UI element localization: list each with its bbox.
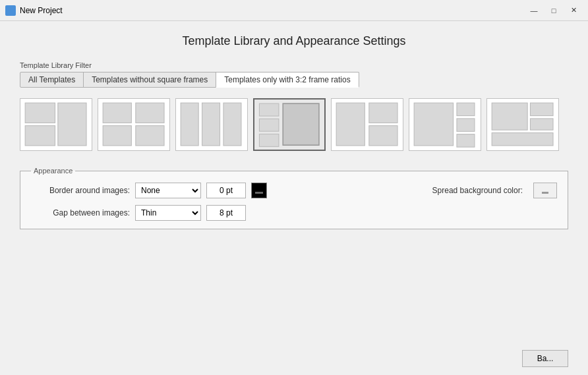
border-pt-input[interactable] bbox=[206, 183, 246, 198]
svg-rect-2 bbox=[58, 103, 86, 146]
appearance-legend: Appearance bbox=[31, 167, 75, 175]
border-color-swatch[interactable] bbox=[251, 183, 267, 198]
template-item-2[interactable] bbox=[98, 98, 170, 151]
close-button[interactable]: ✕ bbox=[564, 4, 583, 17]
template-filter-label: Template Library Filter bbox=[20, 61, 568, 69]
app-icon bbox=[5, 5, 16, 16]
svg-rect-17 bbox=[415, 103, 454, 146]
footer: Ba... bbox=[0, 345, 588, 375]
svg-rect-10 bbox=[260, 103, 279, 116]
svg-rect-1 bbox=[26, 126, 55, 146]
minimize-button[interactable]: — bbox=[525, 4, 543, 17]
template-item-6[interactable] bbox=[409, 98, 481, 151]
template-item-5[interactable] bbox=[331, 98, 403, 151]
svg-rect-12 bbox=[260, 134, 279, 146]
maximize-button[interactable]: □ bbox=[544, 4, 563, 17]
border-row: Border around images: None Thin Medium T… bbox=[31, 183, 557, 198]
template-item-3[interactable] bbox=[175, 98, 248, 151]
window-title: New Project bbox=[20, 6, 525, 15]
svg-rect-9 bbox=[223, 103, 241, 146]
svg-rect-19 bbox=[457, 119, 475, 131]
gap-pt-input[interactable] bbox=[206, 205, 246, 221]
svg-rect-24 bbox=[492, 132, 554, 145]
svg-rect-26 bbox=[542, 192, 548, 194]
template-item-7[interactable] bbox=[486, 98, 559, 151]
svg-rect-8 bbox=[202, 103, 220, 146]
svg-rect-3 bbox=[103, 103, 132, 123]
tab-no-square[interactable]: Templates without square frames bbox=[83, 72, 216, 88]
svg-rect-20 bbox=[457, 134, 475, 147]
template-grid bbox=[20, 93, 568, 156]
window-controls: — □ ✕ bbox=[525, 4, 583, 17]
gap-row: Gap between images: None Thin Medium Thi… bbox=[31, 205, 557, 221]
template-filter-section: Template Library Filter All Templates Te… bbox=[20, 61, 568, 156]
spread-bg-swatch[interactable] bbox=[533, 183, 557, 198]
svg-rect-15 bbox=[369, 103, 397, 123]
svg-rect-22 bbox=[531, 103, 554, 115]
svg-rect-4 bbox=[136, 103, 164, 123]
main-content: Template Library and Appearance Settings… bbox=[0, 21, 588, 345]
svg-rect-25 bbox=[255, 192, 263, 194]
title-bar: New Project — □ ✕ bbox=[0, 0, 588, 21]
svg-rect-23 bbox=[531, 119, 554, 130]
tab-3-2-ratio[interactable]: Templates only with 3:2 frame ratios bbox=[216, 72, 359, 88]
appearance-fieldset: Appearance Border around images: None Th… bbox=[20, 167, 568, 229]
gap-label: Gap between images: bbox=[31, 208, 130, 217]
border-select[interactable]: None Thin Medium Thick bbox=[135, 183, 201, 198]
svg-rect-7 bbox=[181, 103, 199, 146]
svg-rect-14 bbox=[337, 103, 365, 146]
page-title: Template Library and Appearance Settings bbox=[20, 34, 568, 48]
spread-bg-label: Spread background color: bbox=[432, 186, 523, 195]
svg-rect-16 bbox=[369, 126, 397, 146]
svg-rect-6 bbox=[136, 126, 164, 146]
svg-rect-18 bbox=[457, 103, 475, 115]
svg-rect-11 bbox=[260, 119, 279, 131]
tab-all-templates[interactable]: All Templates bbox=[20, 72, 84, 88]
svg-rect-21 bbox=[492, 103, 528, 130]
svg-rect-5 bbox=[103, 126, 132, 146]
svg-rect-0 bbox=[26, 103, 55, 123]
back-button[interactable]: Ba... bbox=[522, 350, 568, 367]
svg-rect-13 bbox=[283, 103, 320, 145]
filter-tabs: All Templates Templates without square f… bbox=[20, 72, 568, 88]
border-label: Border around images: bbox=[31, 186, 130, 195]
template-item-1[interactable] bbox=[20, 98, 92, 151]
template-item-4[interactable] bbox=[253, 98, 326, 151]
gap-select[interactable]: None Thin Medium Thick bbox=[135, 205, 201, 221]
appearance-inner: Border around images: None Thin Medium T… bbox=[31, 183, 557, 221]
